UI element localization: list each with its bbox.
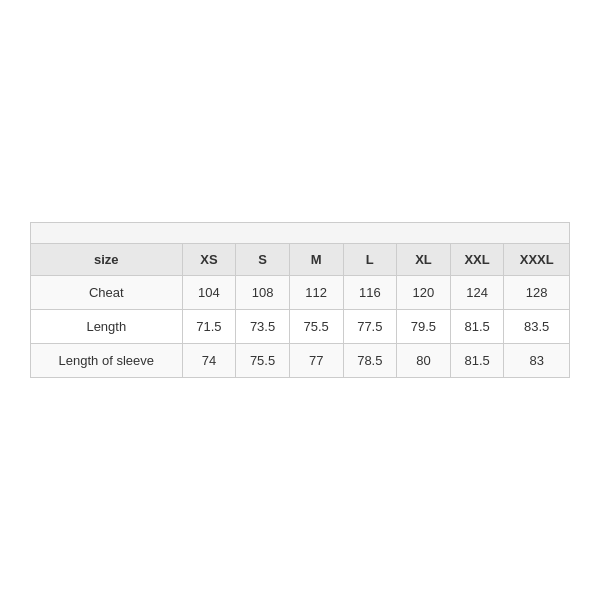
cell-r0-c1: 108 xyxy=(236,276,290,310)
cell-r2-c5: 81.5 xyxy=(450,344,504,378)
row-label-0: Cheat xyxy=(31,276,182,310)
cell-r0-c6: 128 xyxy=(504,276,569,310)
header-xs: XS xyxy=(182,244,236,276)
cell-r0-c4: 120 xyxy=(397,276,451,310)
cell-r2-c2: 77 xyxy=(289,344,343,378)
header-row: sizeXSSMLXLXXLXXXL xyxy=(31,244,569,276)
cell-r1-c6: 83.5 xyxy=(504,310,569,344)
header-size-label: size xyxy=(31,244,182,276)
cell-r1-c0: 71.5 xyxy=(182,310,236,344)
row-label-1: Length xyxy=(31,310,182,344)
cell-r2-c1: 75.5 xyxy=(236,344,290,378)
cell-r1-c3: 77.5 xyxy=(343,310,397,344)
header-xl: XL xyxy=(397,244,451,276)
header-xxl: XXL xyxy=(450,244,504,276)
size-chart-container: sizeXSSMLXLXXLXXXL Cheat1041081121161201… xyxy=(30,222,570,378)
table-body: Cheat104108112116120124128Length71.573.5… xyxy=(31,276,569,378)
header-s: S xyxy=(236,244,290,276)
table-row: Length of sleeve7475.57778.58081.583 xyxy=(31,344,569,378)
cell-r2-c6: 83 xyxy=(504,344,569,378)
cell-r2-c0: 74 xyxy=(182,344,236,378)
table-row: Length71.573.575.577.579.581.583.5 xyxy=(31,310,569,344)
cell-r2-c3: 78.5 xyxy=(343,344,397,378)
table-row: Cheat104108112116120124128 xyxy=(31,276,569,310)
header-l: L xyxy=(343,244,397,276)
header-m: M xyxy=(289,244,343,276)
cell-r0-c3: 116 xyxy=(343,276,397,310)
cell-r0-c2: 112 xyxy=(289,276,343,310)
cell-r0-c0: 104 xyxy=(182,276,236,310)
cell-r1-c1: 73.5 xyxy=(236,310,290,344)
size-table: sizeXSSMLXLXXLXXXL Cheat1041081121161201… xyxy=(31,244,569,377)
header-xxxl: XXXL xyxy=(504,244,569,276)
cell-r1-c2: 75.5 xyxy=(289,310,343,344)
row-label-2: Length of sleeve xyxy=(31,344,182,378)
cell-r1-c5: 81.5 xyxy=(450,310,504,344)
cell-r2-c4: 80 xyxy=(397,344,451,378)
cell-r0-c5: 124 xyxy=(450,276,504,310)
chart-title-row xyxy=(31,223,569,244)
cell-r1-c4: 79.5 xyxy=(397,310,451,344)
